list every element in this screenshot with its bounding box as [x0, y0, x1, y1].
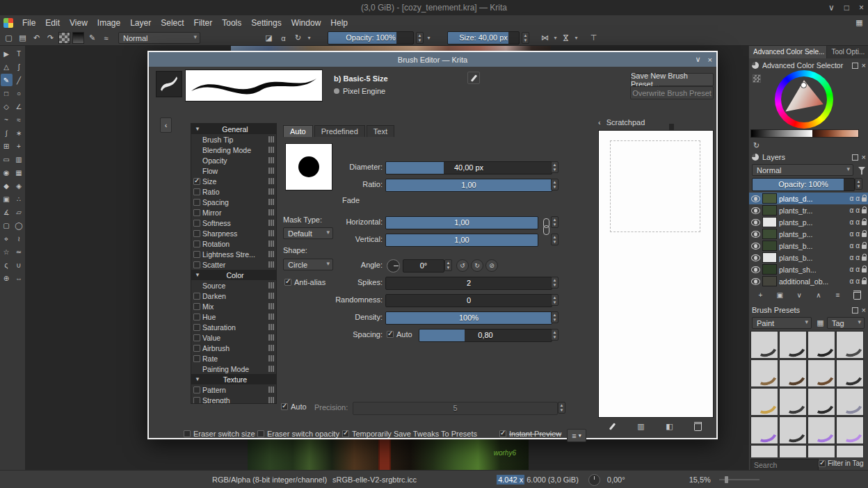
density-slider[interactable]: 100% — [385, 311, 552, 325]
contiguous-select-tool[interactable]: ☆ — [1, 245, 13, 258]
option-mirror[interactable]: Mirror — [191, 207, 276, 218]
drag-handle-icon[interactable] — [268, 178, 274, 184]
spacing-slider[interactable]: 0,80 — [419, 329, 552, 342]
float-panel-icon[interactable] — [852, 63, 858, 69]
collapse-options-button[interactable]: ‹ — [160, 117, 172, 133]
close-panel-icon[interactable]: × — [862, 153, 866, 161]
new-document-icon[interactable]: ▢ — [3, 32, 15, 44]
layer-blending-dropdown[interactable]: Normal — [752, 164, 853, 176]
link-fade-icon[interactable] — [542, 218, 549, 236]
drag-handle-icon[interactable] — [268, 324, 274, 330]
drag-handle-icon[interactable] — [268, 387, 274, 393]
option-checkbox[interactable] — [193, 397, 200, 404]
size-slider[interactable]: Size: 40,00 px — [447, 31, 520, 44]
drag-handle-icon[interactable] — [268, 303, 274, 309]
layer-row[interactable]: plants_b... α α — [749, 240, 868, 252]
spacing-auto-checkbox[interactable] — [387, 331, 394, 338]
ratio-slider[interactable]: 1,00 — [385, 179, 552, 192]
spikes-spinner[interactable]: ▲▼ — [551, 277, 558, 288]
gradient-tool[interactable]: ▥ — [13, 153, 25, 165]
alpha-lock-icon[interactable]: α — [855, 277, 860, 285]
drag-handle-icon[interactable] — [268, 168, 274, 174]
brush-preset[interactable] — [807, 331, 835, 359]
spacing-spinner[interactable]: ▲▼ — [551, 329, 558, 341]
alpha-lock-icon[interactable]: α — [855, 230, 860, 238]
option-checkbox[interactable] — [193, 178, 200, 185]
drag-handle-icon[interactable] — [268, 314, 274, 320]
option-size[interactable]: Size — [191, 176, 276, 186]
tab-text[interactable]: Text — [367, 125, 394, 137]
edit-shapes-tool[interactable]: △ — [1, 60, 13, 73]
minimize-icon[interactable]: ∨ — [828, 3, 835, 13]
brush-preset[interactable] — [779, 331, 807, 359]
pan-tool[interactable]: ⇔ — [13, 272, 25, 284]
visibility-eye-icon[interactable] — [751, 254, 760, 261]
blending-mode-dropdown[interactable]: Normal — [118, 32, 200, 44]
pattern-chooser-icon[interactable] — [58, 32, 70, 44]
close-panel-icon[interactable]: × — [862, 61, 866, 70]
drag-handle-icon[interactable] — [268, 136, 274, 143]
line-tool[interactable]: ╱ — [13, 74, 25, 86]
option-checkbox[interactable] — [193, 251, 200, 258]
freehand-select-tool[interactable]: ≀ — [13, 232, 25, 245]
polygon-select-tool[interactable]: ⋄ — [1, 232, 13, 245]
layer-thumbnail[interactable] — [762, 217, 777, 227]
option-checkbox[interactable] — [193, 199, 200, 206]
canvas-rotation-dial[interactable] — [588, 474, 600, 486]
inherit-alpha-icon[interactable]: α — [849, 206, 853, 214]
scratchpad-clear-icon[interactable] — [692, 421, 704, 432]
randomness-slider[interactable]: 0 — [385, 294, 552, 307]
mirror-horizontal-icon[interactable]: ⋈ — [539, 32, 551, 44]
inherit-alpha-icon[interactable]: α — [849, 218, 853, 226]
magnetic-select-tool[interactable]: ∪ — [13, 259, 25, 271]
brush-preset[interactable] — [836, 416, 864, 444]
layer-row[interactable]: plants_p... α α — [749, 216, 868, 228]
visibility-eye-icon[interactable] — [751, 266, 760, 273]
gradient-chooser-icon[interactable] — [72, 32, 84, 44]
mirror-vertical-icon[interactable]: ⋈ — [560, 32, 572, 44]
brush-preset[interactable] — [750, 331, 778, 359]
delete-layer-icon[interactable] — [851, 289, 863, 301]
ellipse-select-tool[interactable]: ◯ — [13, 219, 25, 231]
vertical-spinner[interactable]: ▲▼ — [551, 234, 558, 245]
layer-thumbnail[interactable] — [762, 264, 777, 275]
brush-preset[interactable] — [836, 445, 864, 457]
layer-lock-icon[interactable] — [862, 245, 867, 249]
assistants-tool[interactable]: ∴ — [13, 193, 25, 205]
horizontal-spinner[interactable]: ▲▼ — [551, 216, 558, 228]
overwrite-preset-button[interactable]: Overwrite Brush Preset — [630, 86, 714, 99]
menu-tools[interactable]: Tools — [217, 15, 246, 31]
inherit-alpha-icon[interactable]: α — [849, 277, 853, 285]
crop-tool[interactable]: ▭ — [1, 153, 13, 165]
layer-lock-icon[interactable] — [862, 221, 867, 225]
smart-patch-tool[interactable]: ▣ — [1, 193, 13, 205]
option-rate[interactable]: Rate — [191, 353, 276, 364]
brush-settings-toggle-icon[interactable]: ✎ — [86, 32, 98, 44]
visibility-eye-icon[interactable] — [751, 231, 760, 238]
menu-edit[interactable]: Edit — [40, 15, 65, 31]
color-history-icon[interactable]: ↻ — [750, 140, 762, 152]
inherit-alpha-icon[interactable]: α — [849, 266, 853, 273]
layer-thumbnail[interactable] — [762, 276, 777, 286]
brush-preset-chooser-icon[interactable]: ≈ — [100, 32, 112, 44]
close-panel-icon[interactable]: × — [862, 306, 866, 314]
preset-search-input[interactable] — [750, 459, 819, 471]
transform-tool[interactable]: ⊞ — [1, 140, 13, 152]
reload-preset-icon[interactable]: ↻ — [292, 32, 304, 44]
visibility-eye-icon[interactable] — [751, 195, 760, 202]
auto-precision-checkbox[interactable] — [281, 403, 288, 410]
freehand-brush-tool[interactable]: ✎ — [1, 74, 13, 86]
option-rotation[interactable]: Rotation — [191, 238, 276, 249]
menu-window[interactable]: Window — [287, 15, 326, 31]
layer-lock-icon[interactable] — [862, 209, 867, 213]
text-tool[interactable]: T — [13, 47, 25, 60]
option-checkbox[interactable] — [193, 303, 200, 310]
brush-preset[interactable] — [779, 359, 807, 387]
option-value[interactable]: Value — [191, 332, 276, 343]
layer-opacity-spinner[interactable]: ▲▼ — [855, 178, 862, 190]
color-sampler-tool[interactable]: ◉ — [1, 166, 13, 179]
alpha-lock-icon[interactable]: α — [855, 218, 860, 226]
enclose-fill-tool[interactable]: ◈ — [13, 179, 25, 192]
close-icon[interactable]: × — [859, 3, 864, 13]
visibility-eye-icon[interactable] — [751, 207, 760, 214]
